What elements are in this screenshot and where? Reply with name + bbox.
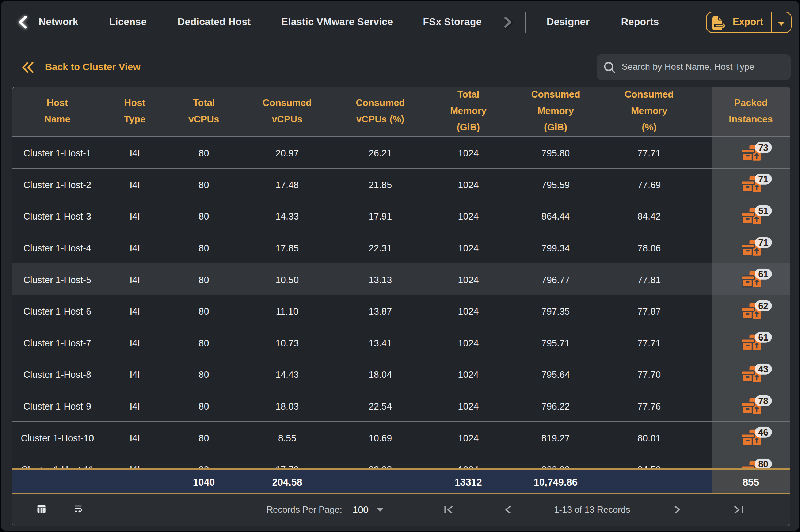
svg-text:46: 46 xyxy=(758,427,768,437)
svg-text:71: 71 xyxy=(758,237,768,247)
svg-text:78: 78 xyxy=(758,395,768,406)
svg-text:61: 61 xyxy=(758,269,768,279)
svg-text:61: 61 xyxy=(758,332,768,342)
svg-text:80: 80 xyxy=(758,459,768,469)
svg-text:71: 71 xyxy=(758,174,768,184)
svg-text:43: 43 xyxy=(758,364,768,374)
svg-text:73: 73 xyxy=(758,142,768,152)
svg-text:62: 62 xyxy=(758,300,768,311)
svg-text:51: 51 xyxy=(758,206,768,216)
